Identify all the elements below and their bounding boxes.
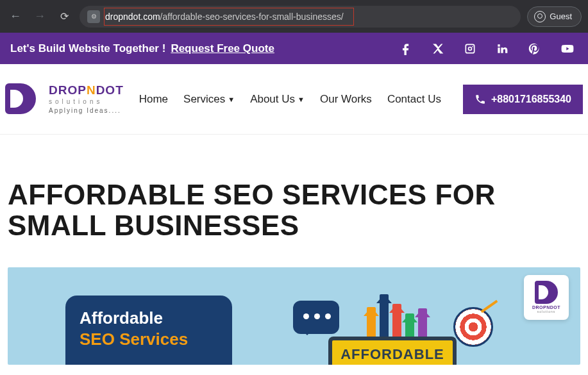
nav-works[interactable]: Our Works: [320, 93, 372, 106]
request-quote-link[interactable]: Request Free Quote: [171, 42, 274, 55]
nav-services[interactable]: Services▼: [183, 93, 235, 106]
reload-button[interactable]: ⟳: [55, 10, 73, 22]
nav-contact[interactable]: Contact Us: [387, 93, 441, 106]
phone-button[interactable]: +8801716855340: [463, 85, 583, 114]
guest-icon: [534, 11, 546, 22]
logo-text: DROPNDOT solutions Applying Ideas....: [49, 83, 124, 115]
nav-about[interactable]: About Us▼: [250, 93, 305, 106]
target-icon: [453, 307, 493, 347]
x-twitter-icon[interactable]: [432, 42, 444, 55]
hero-image: DROPNDOT solutions Affordable SEO Servic…: [8, 267, 580, 365]
nav-home[interactable]: Home: [139, 93, 168, 106]
hero-title-card: Affordable SEO Services: [65, 296, 232, 365]
page-title: AFFORDABLE SEO SERVICES FOR SMALL BUSINE…: [8, 179, 580, 242]
page-content: AFFORDABLE SEO SERVICES FOR SMALL BUSINE…: [0, 135, 588, 242]
announcement-text: Let's Build Website Together !: [10, 42, 165, 55]
logo-mark: [5, 81, 42, 118]
phone-icon: [475, 94, 486, 105]
chevron-down-icon: ▼: [298, 96, 305, 103]
monitor-graphic: AFFORDABLE: [328, 337, 457, 365]
site-logo[interactable]: DROPNDOT solutions Applying Ideas....: [5, 81, 124, 118]
url-text: dropndot.com/affordable-seo-services-for…: [105, 12, 344, 22]
facebook-icon[interactable]: [399, 42, 412, 55]
back-button[interactable]: ←: [6, 10, 24, 23]
pinterest-icon[interactable]: [528, 42, 541, 55]
site-header: DROPNDOT solutions Applying Ideas.... Ho…: [0, 64, 588, 135]
hero-logo-badge: DROPNDOT solutions: [524, 275, 569, 320]
guest-label: Guest: [550, 12, 572, 21]
growth-arrows-icon: [367, 294, 427, 339]
site-settings-icon[interactable]: ⚙: [87, 10, 100, 23]
chat-bubble-icon: [293, 301, 339, 334]
youtube-icon[interactable]: [560, 42, 575, 55]
guest-profile-button[interactable]: Guest: [527, 6, 582, 27]
social-icons: [399, 42, 578, 55]
phone-number: +8801716855340: [491, 94, 571, 105]
linkedin-icon[interactable]: [496, 42, 508, 55]
main-nav: Home Services▼ About Us▼ Our Works Conta…: [139, 85, 583, 114]
announcement-bar: Let's Build Website Together ! Request F…: [0, 33, 588, 64]
browser-toolbar: ← → ⟳ ⚙ dropndot.com/affordable-seo-serv…: [0, 0, 588, 33]
address-bar[interactable]: ⚙ dropndot.com/affordable-seo-services-f…: [80, 6, 521, 28]
chevron-down-icon: ▼: [228, 96, 235, 103]
instagram-icon[interactable]: [464, 42, 476, 55]
forward-button[interactable]: →: [31, 10, 49, 23]
